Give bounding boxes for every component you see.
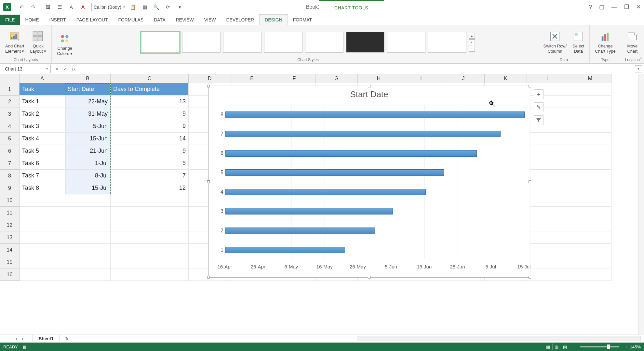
tab-formulas[interactable]: FORMULAS [113,15,149,25]
cell-C14[interactable] [111,244,189,256]
chart-style-8[interactable] [428,32,466,53]
cell-C7[interactable]: 5 [111,157,189,170]
cell-M16[interactable] [569,268,611,281]
cell-B10[interactable] [65,194,111,207]
column-header-A[interactable]: A [20,74,65,83]
font-color-icon[interactable]: A̲ [78,3,87,12]
cell-L12[interactable] [527,219,569,231]
embedded-chart[interactable]: Start Date 16-Apr26-Apr6-May16-May26-May… [208,86,530,278]
cell-L1[interactable] [527,83,569,96]
gallery-scroll-down[interactable]: ▾ [469,39,475,45]
cell-L13[interactable] [527,231,569,244]
cell-B13[interactable] [65,231,111,244]
column-header-G[interactable]: G [315,74,358,83]
cell-M6[interactable] [569,145,611,157]
cell-L6[interactable] [527,145,569,157]
change-chart-type-button[interactable]: Change Chart Type [594,29,617,55]
cell-C10[interactable] [111,194,189,207]
row-header-9[interactable]: 9 [0,182,20,194]
gallery-scroll-up[interactable]: ▴ [469,33,475,39]
cell-C6[interactable]: 9 [111,145,189,157]
cell-B9[interactable]: 15-Jul [65,182,111,194]
tab-review[interactable]: REVIEW [170,15,199,25]
vertical-scrollbar[interactable] [638,74,644,334]
cell-M11[interactable] [569,207,611,219]
cell-A8[interactable]: Task 7 [20,170,65,182]
cell-B3[interactable]: 31-May [65,108,111,120]
name-box[interactable]: Chart 13 ▾ [2,65,51,73]
cell-B7[interactable]: 1-Jul [65,157,111,170]
add-chart-element-button[interactable]: + Add Chart Element ▾ [4,29,26,55]
cell-L3[interactable] [527,108,569,120]
column-header-F[interactable]: F [273,74,315,83]
view-page-layout-icon[interactable]: ▥ [552,344,561,350]
cell-M2[interactable] [569,96,611,108]
row-header-10[interactable]: 10 [0,194,20,207]
new-sheet-button[interactable]: ⊕ [62,335,70,342]
view-page-break-icon[interactable]: ▤ [561,344,569,350]
cell-B8[interactable]: 8-Jul [65,170,111,182]
chart-style-3[interactable] [223,32,262,53]
cell-A12[interactable] [20,219,65,231]
cell-L7[interactable] [527,157,569,170]
cell-C16[interactable] [111,268,189,281]
worksheet-area[interactable]: ABCDEFGHIJKLM 12345678910111213141516 Ta… [0,74,644,334]
cell-C12[interactable] [111,219,189,231]
cell-A4[interactable]: Task 3 [20,120,65,133]
cell-L15[interactable] [527,256,569,268]
column-header-H[interactable]: H [358,74,400,83]
row-header-3[interactable]: 3 [0,108,20,120]
chart-bar[interactable] [225,189,426,195]
cell-A15[interactable] [20,256,65,268]
cell-C11[interactable] [111,207,189,219]
row-header-7[interactable]: 7 [0,157,20,170]
cell-M10[interactable] [569,194,611,207]
tab-home[interactable]: HOME [20,15,44,25]
cell-M12[interactable] [569,219,611,231]
chart-bar[interactable] [225,228,375,234]
tab-page-layout[interactable]: PAGE LAYOUT [71,15,113,25]
select-data-button[interactable]: Select Data [571,29,585,55]
table-icon[interactable]: ▦ [140,3,149,12]
chart-style-1[interactable] [141,32,180,53]
cell-A5[interactable]: Task 4 [20,133,65,145]
collapse-ribbon-icon[interactable]: ˄ [640,57,642,62]
cell-C2[interactable]: 13 [111,96,189,108]
redo-button[interactable]: ↷ [29,3,38,12]
cell-C1[interactable]: Days to Complete [111,83,189,96]
cell-B11[interactable] [65,207,111,219]
row-header-1[interactable]: 1 [0,83,20,96]
cell-L2[interactable] [527,96,569,108]
chart-styles-button[interactable]: ✎ [534,102,543,112]
cell-M1[interactable] [569,83,611,96]
cell-A3[interactable]: Task 2 [20,108,65,120]
cell-C4[interactable]: 9 [111,120,189,133]
close-icon[interactable]: ✕ [636,4,641,10]
row-header-16[interactable]: 16 [0,268,20,281]
touch-mode-icon[interactable]: ☰ [55,3,64,12]
cell-C8[interactable]: 7 [111,170,189,182]
cell-M7[interactable] [569,157,611,170]
cell-M3[interactable] [569,108,611,120]
chart-filters-button[interactable] [534,115,543,125]
select-all-corner[interactable] [0,74,20,83]
row-header-2[interactable]: 2 [0,96,20,108]
cell-M9[interactable] [569,182,611,194]
tab-data[interactable]: DATA [149,15,170,25]
enter-formula-icon[interactable]: ✓ [61,65,70,73]
cell-L5[interactable] [527,133,569,145]
column-header-K[interactable]: K [485,74,527,83]
row-header-8[interactable]: 8 [0,170,20,182]
chart-style-6[interactable] [346,32,384,53]
cancel-formula-icon[interactable]: ✕ [53,65,61,73]
cell-C3[interactable]: 9 [111,108,189,120]
cell-A6[interactable]: Task 5 [20,145,65,157]
row-header-15[interactable]: 15 [0,256,20,268]
font-name-box[interactable]: Calibri (Body) ▾ [91,3,127,11]
chart-bar[interactable] [225,150,477,157]
fx-icon[interactable]: fx [70,65,78,73]
cell-B6[interactable]: 21-Jun [65,145,111,157]
undo-button[interactable]: ↶ [17,3,26,12]
cell-A1[interactable]: Task [20,83,65,96]
tab-developer[interactable]: DEVELOPER [221,15,259,25]
